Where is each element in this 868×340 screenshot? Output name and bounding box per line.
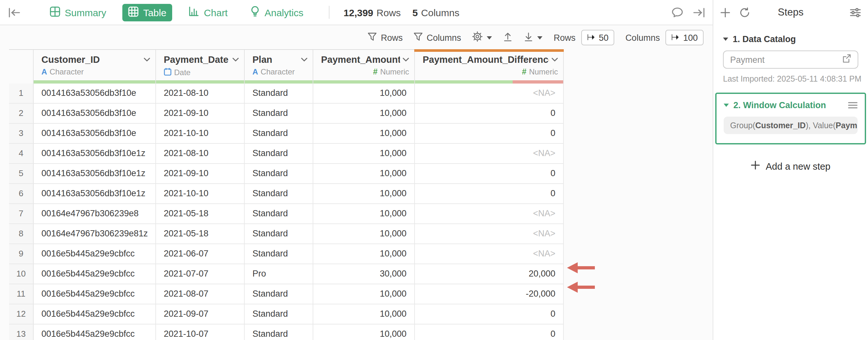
table-settings-button[interactable] — [472, 31, 492, 44]
column-header-Payment_Amount[interactable]: Payment_Amount#Numeric — [313, 50, 415, 84]
table-cell: 2021-07-07 — [156, 264, 245, 284]
row-number-cell: 6 — [9, 184, 34, 203]
table-cell: 10,000 — [313, 184, 415, 203]
add-new-step-button[interactable]: Add a new step — [713, 161, 868, 172]
columns-count: 5 — [412, 7, 418, 18]
row-number-cell: 13 — [9, 324, 34, 340]
columns-limit-input[interactable]: 100 — [666, 30, 704, 45]
columns-count-label: Columns — [421, 7, 459, 18]
gear-icon — [472, 31, 483, 44]
character-type-icon: A — [252, 67, 258, 76]
data-source-field[interactable]: Payment — [723, 51, 858, 69]
refresh-steps-icon[interactable] — [739, 7, 750, 18]
column-chevron-icon[interactable] — [232, 58, 239, 62]
comment-icon[interactable] — [672, 7, 683, 18]
add-step-plus-icon[interactable] — [720, 7, 730, 17]
step-data-catalog[interactable]: 1. Data Catalog Payment Last Imported: 2… — [723, 34, 858, 84]
row-number-cell: 7 — [9, 204, 34, 223]
table-cell: 0014163a53056db3f10e — [34, 104, 156, 123]
column-header-Plan[interactable]: PlanACharacter — [245, 50, 313, 84]
sliders-settings-icon[interactable] — [850, 7, 861, 17]
table-cell: 10,000 — [313, 204, 415, 223]
collapse-left-panel-icon[interactable] — [8, 7, 21, 17]
quality-valid-bar — [245, 80, 313, 84]
character-type-icon: A — [41, 67, 47, 76]
main-area: Summary Table Chart — [0, 0, 713, 340]
table-cell: 0 — [415, 164, 564, 183]
tab-label: Summary — [65, 7, 106, 18]
tab-summary[interactable]: Summary — [44, 4, 112, 21]
table-cell: 00164e47967b306239e8 — [34, 204, 156, 223]
column-header-Customer_ID[interactable]: Customer_IDACharacter — [34, 50, 156, 84]
tab-analytics[interactable]: Analytics — [244, 4, 309, 21]
column-name: Payment_Amount — [321, 54, 400, 65]
table-cell: Standard — [245, 244, 313, 264]
column-header-Payment_Date[interactable]: Payment_DateDate — [156, 50, 245, 84]
summary-text: ), Value( — [806, 121, 836, 130]
step-data-catalog-header[interactable]: 1. Data Catalog — [723, 34, 858, 44]
step-window-calculation-header[interactable]: 2. Window Calculation — [724, 100, 858, 110]
table-cell: Standard — [245, 204, 313, 223]
column-type: #Numeric — [321, 67, 409, 76]
step-menu-icon[interactable] — [848, 102, 858, 109]
column-header-Payment_Amount_Difference[interactable]: Payment_Amount_Difference#Numeric — [415, 50, 564, 84]
table-cell: 2021-09-10 — [156, 164, 245, 183]
column-chevron-icon[interactable] — [403, 58, 409, 62]
columns-limit-value: 100 — [683, 33, 698, 42]
table-cell: 30,000 — [313, 264, 415, 284]
external-link-icon[interactable] — [841, 54, 851, 66]
step-title: 2. Window Calculation — [733, 100, 826, 110]
download-button[interactable] — [524, 32, 543, 43]
table-cell: <NA> — [415, 224, 564, 244]
data-source-name: Payment — [730, 55, 765, 64]
table-cell: Standard — [245, 224, 313, 244]
table-cell: Standard — [245, 284, 313, 304]
step-window-calculation[interactable]: 2. Window Calculation Group(Customer_ID)… — [715, 93, 866, 145]
dataset-stats: 12,399 Rows 5 Columns — [344, 7, 460, 18]
table-cell: 2021-08-07 — [156, 284, 245, 304]
column-quality-bar — [313, 80, 414, 84]
table-cell: 0014163a53056db3f10e — [34, 84, 156, 103]
filter-columns-button[interactable]: Columns — [413, 32, 461, 43]
arrow-down-to-line-icon — [524, 32, 534, 43]
table-cell: 10,000 — [313, 304, 415, 324]
upload-button[interactable] — [503, 32, 513, 43]
table-cell: 10,000 — [313, 244, 415, 264]
table-cell: 2021-06-07 — [156, 244, 245, 264]
column-chevron-icon[interactable] — [144, 58, 150, 62]
table-cell: 2021-10-10 — [156, 184, 245, 203]
summary-value-column: Paym… — [836, 121, 858, 130]
last-imported-text: Last Imported: 2025-05-11 4:08:31 PM — [723, 74, 858, 84]
rows-limit-control: Rows — [554, 33, 576, 42]
plus-icon — [751, 161, 760, 172]
tab-table[interactable]: Table — [122, 4, 172, 21]
table-cell: Standard — [245, 124, 313, 143]
tab-chart[interactable]: Chart — [183, 4, 234, 21]
row-number-cell: 2 — [9, 104, 34, 123]
table-cell: Pro — [245, 264, 313, 284]
table-row: 100016e5b445a29e9cbfcc2021-07-07Pro30,00… — [9, 264, 564, 284]
table-cell: Standard — [245, 184, 313, 203]
table-grid-icon — [128, 6, 138, 19]
column-type: Date — [164, 67, 239, 78]
column-chevron-icon[interactable] — [552, 58, 558, 62]
table-row: 20014163a53056db3f10e2021-09-10Standard1… — [9, 104, 564, 124]
table-row: 30014163a53056db3f10e2021-10-10Standard1… — [9, 124, 564, 144]
lightbulb-icon — [250, 6, 260, 19]
table-cell: 0 — [415, 104, 564, 123]
column-name: Payment_Amount_Difference — [423, 54, 549, 65]
column-chevron-icon[interactable] — [301, 58, 307, 62]
table-cell: <NA> — [415, 244, 564, 264]
collapse-right-panel-icon[interactable] — [692, 7, 705, 17]
rows-limit-input[interactable]: 50 — [581, 30, 614, 45]
table-row: 90016e5b445a29e9cbfcc2021-06-07Standard1… — [9, 244, 564, 264]
view-tabs: Summary Table Chart — [44, 4, 309, 21]
row-number-cell: 11 — [9, 284, 34, 304]
caret-down-icon — [724, 104, 729, 107]
step-summary-pill[interactable]: Group(Customer_ID), Value(Paym… — [724, 117, 858, 134]
app-window: Summary Table Chart — [0, 0, 868, 340]
filter-rows-button[interactable]: Rows — [368, 32, 403, 43]
filter-columns-label: Columns — [427, 33, 461, 42]
rows-count-label: Rows — [376, 7, 401, 18]
table-cell: 2021-08-10 — [156, 144, 245, 163]
